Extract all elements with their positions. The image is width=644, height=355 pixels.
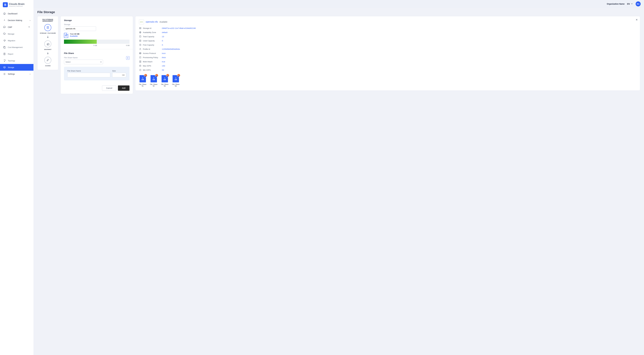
nav-label: Topology xyxy=(8,60,15,62)
cancel-button[interactable]: Cancel xyxy=(102,86,116,91)
delete-icon[interactable]: ✕ xyxy=(144,74,147,77)
nav-topology[interactable]: Topology xyxy=(0,57,34,64)
storage-status: Available xyxy=(70,35,80,37)
arrow-down-icon xyxy=(46,52,50,55)
file-share-name: File_Share 02 xyxy=(150,84,158,87)
detail-key: Provisioning Policy xyxy=(143,56,160,58)
svg-point-12 xyxy=(140,36,141,36)
nav: Dashboard Decision Making › CMP Manage M… xyxy=(0,10,34,77)
policy-icon xyxy=(139,56,142,59)
add-fileshare-button[interactable]: + xyxy=(126,56,130,60)
nav-settings[interactable]: Settings › xyxy=(0,71,34,77)
capacity-icon xyxy=(139,35,142,38)
fileshare-name-label: File Share Name xyxy=(64,56,78,59)
storage-form-panel: Storage Storage Total 10 GB Available 5 … xyxy=(60,16,133,94)
free-capacity-value: 5 GB xyxy=(126,44,130,46)
svg-rect-10 xyxy=(140,28,141,29)
nav-label: CMP xyxy=(8,26,12,28)
min-iops-icon xyxy=(139,69,142,71)
total-capacity-label: Total 10 GB xyxy=(70,33,80,35)
step-access[interactable] xyxy=(44,57,51,64)
nav-decision-making[interactable]: Decision Making › xyxy=(0,17,34,24)
close-icon[interactable]: ✕ xyxy=(636,18,638,21)
detail-value: : thick xyxy=(161,56,636,58)
protocol-icon: FTP xyxy=(139,52,142,54)
delete-icon[interactable]: ✕ xyxy=(166,74,169,77)
report-icon xyxy=(3,52,6,55)
detail-value: : 150 xyxy=(161,65,636,67)
multi-icon xyxy=(139,60,142,63)
storage-field-label: Storage xyxy=(64,24,130,26)
storage-input[interactable] xyxy=(64,26,96,31)
step-snapshot[interactable] xyxy=(44,40,51,48)
nav-label: Settings xyxy=(8,73,15,75)
file-shares-list: 1GB✕ File_Share 01 2GB✕ File_Share 02 1G… xyxy=(139,75,636,87)
detail-value: : default xyxy=(161,31,636,34)
migration-icon xyxy=(3,39,6,42)
nav-storage[interactable]: Storage xyxy=(0,64,34,71)
detail-value: : 50 xyxy=(161,69,636,71)
nav-migration[interactable]: Migration xyxy=(0,37,34,44)
storage-icon xyxy=(3,66,6,69)
manage-icon xyxy=(3,32,6,35)
detail-value: : 084bf71e-a102-11e7-88a8-e31fe6d52248 xyxy=(161,27,636,29)
svg-point-8 xyxy=(48,59,48,60)
fileshare-select[interactable]: Select ▾ xyxy=(64,60,103,64)
nav-manage[interactable]: Manage xyxy=(0,30,34,37)
max-iops-icon xyxy=(139,64,142,67)
file-share-item[interactable]: 1GB✕ File_Share 01 xyxy=(139,75,146,87)
file-share-item[interactable]: 2GB✕ File_Share 02 xyxy=(150,75,158,87)
detail-key: Multi-Attach xyxy=(143,61,160,63)
page-title: File Storage xyxy=(34,8,644,16)
svg-point-21 xyxy=(140,65,141,66)
usage-bar xyxy=(64,40,130,44)
chevron-down-icon xyxy=(630,2,633,6)
chevron-down-icon: ▾ xyxy=(100,61,102,63)
language-selector[interactable]: EN xyxy=(627,2,633,6)
form-size-label: Size xyxy=(112,70,126,72)
detail-key: Availability Zone xyxy=(143,31,160,34)
nav-label: Storage xyxy=(8,66,14,68)
profile-icon xyxy=(139,48,142,50)
steps-panel: FILE STORAGE MANAGEMENT STORAGE + FILE S… xyxy=(37,16,58,70)
details-panel: ✕ ●SDS opensds-nfs Available Storage-Id … xyxy=(135,16,640,90)
logo: B Clouds Brain Powered by Click2Cloud xyxy=(0,0,34,10)
step-label: STORAGE + FILE SHARE xyxy=(40,32,56,34)
fileshare-name-input[interactable] xyxy=(67,73,110,77)
arrow-down-icon xyxy=(46,35,50,39)
chevron-down-icon xyxy=(28,26,30,28)
file-share-name: File_Share 04 xyxy=(172,84,180,87)
detail-key: Profile Id xyxy=(143,48,160,50)
delete-icon[interactable]: ✕ xyxy=(155,74,158,77)
detail-key: Total Capacity xyxy=(143,36,160,38)
step-storage-fileshare[interactable] xyxy=(44,24,51,31)
file-share-item[interactable]: 1GB✕ File_Share 03 xyxy=(161,75,168,87)
storage-section-title: Storage xyxy=(64,19,130,22)
detail-value: : 5 xyxy=(161,44,636,46)
decision-icon xyxy=(3,19,6,22)
avatar[interactable]: RA xyxy=(636,2,641,6)
org-name[interactable]: Organization Name xyxy=(607,3,624,5)
fileshare-size-input[interactable] xyxy=(112,73,126,77)
cost-icon xyxy=(3,46,6,49)
nav-label: Cost Management xyxy=(8,46,22,48)
file-share-item[interactable]: 1GB✕ File_Share 04 xyxy=(172,75,180,87)
add-button[interactable]: Add xyxy=(118,86,130,91)
details-name: opensds-nfs xyxy=(146,21,158,23)
detail-key: Access Protocol xyxy=(143,52,160,54)
nav-dashboard[interactable]: Dashboard xyxy=(0,10,34,17)
nav-label: Report xyxy=(8,53,13,55)
detail-value: : iscsi xyxy=(161,52,636,54)
zone-icon xyxy=(139,31,142,34)
svg-point-4 xyxy=(4,74,5,74)
file-share-name: File_Share 01 xyxy=(139,84,146,87)
nav-cmp[interactable]: CMP xyxy=(0,24,34,30)
sidebar: B Clouds Brain Powered by Click2Cloud Da… xyxy=(0,0,34,355)
steps-heading: FILE STORAGE MANAGEMENT xyxy=(39,19,57,22)
nav-label: Manage xyxy=(8,33,14,35)
svg-rect-9 xyxy=(140,28,141,28)
nav-cost-management[interactable]: Cost Management xyxy=(0,44,34,50)
delete-icon[interactable]: ✕ xyxy=(177,74,180,77)
topology-icon xyxy=(3,59,6,62)
nav-report[interactable]: Report xyxy=(0,50,34,57)
